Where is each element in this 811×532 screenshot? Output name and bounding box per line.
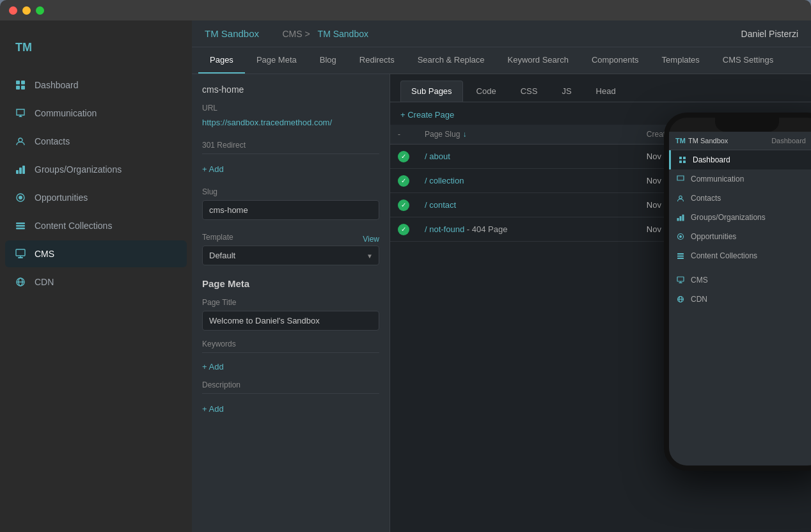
svg-rect-34 <box>677 277 684 281</box>
svg-rect-14 <box>16 249 25 256</box>
logo-icon: TM <box>13 36 36 59</box>
sub-tab-code[interactable]: Code <box>466 81 507 102</box>
url-value[interactable]: https://sandbox.tracedmethod.com/ <box>202 118 332 127</box>
template-select[interactable]: Default Blog Landing Page <box>202 246 379 265</box>
svg-rect-32 <box>677 256 684 257</box>
svg-rect-33 <box>677 258 684 259</box>
url-field-group: URL https://sandbox.tracedmethod.com/ <box>202 104 379 128</box>
page-slug-link[interactable]: / contact <box>425 200 456 210</box>
sub-tab-css[interactable]: CSS <box>510 81 549 102</box>
svg-rect-35 <box>679 283 682 284</box>
sidebar-item-contacts[interactable]: Contacts <box>5 128 187 155</box>
tab-components[interactable]: Components <box>580 47 650 74</box>
phone-nav-label: Dashboard <box>693 155 730 164</box>
view-template-link[interactable]: View <box>363 235 379 244</box>
tab-search-replace[interactable]: Search & Replace <box>406 47 496 74</box>
add-description-button[interactable]: + Add <box>202 404 224 414</box>
phone-nav-label: Contacts <box>691 194 721 203</box>
phone-opportunities-icon <box>675 231 686 242</box>
tab-templates[interactable]: Templates <box>650 47 711 74</box>
svg-rect-21 <box>679 157 682 159</box>
app-container: TM Dashboard Communication <box>0 20 811 532</box>
slug-input[interactable] <box>202 200 379 220</box>
phone-nav-active[interactable]: Dashboard <box>669 150 811 169</box>
th-page-slug[interactable]: Page Slug ↓ <box>417 125 639 145</box>
status-cell: ✓ <box>390 193 417 217</box>
phone-nav-communication[interactable]: Communication <box>669 169 811 189</box>
svg-rect-24 <box>683 160 686 163</box>
contacts-icon <box>14 135 27 148</box>
phone-nav-content-collections[interactable]: Content Collections <box>669 246 811 265</box>
sub-tab-js[interactable]: JS <box>551 81 582 102</box>
phone-cms-icon <box>675 275 686 285</box>
tab-cms-settings[interactable]: CMS Settings <box>711 47 785 74</box>
content-collections-icon <box>14 219 27 232</box>
sidebar-item-opportunities[interactable]: Opportunities <box>5 184 187 211</box>
status-cell: ✓ <box>390 217 417 242</box>
template-label: Template <box>202 233 233 242</box>
slug-cell: / collection <box>417 169 639 193</box>
page-title-input[interactable] <box>202 311 379 331</box>
sidebar-item-dashboard[interactable]: Dashboard <box>5 72 187 98</box>
slug-label: Slug <box>202 187 379 196</box>
main-content: TM Sandbox CMS > TM Sandbox Daniel Piste… <box>192 20 811 532</box>
tab-blog[interactable]: Blog <box>308 47 348 74</box>
sidebar-item-cdn[interactable]: CDN <box>5 269 187 295</box>
sidebar-item-content-collections[interactable]: Content Collections <box>5 212 187 239</box>
sidebar-item-communication[interactable]: Communication <box>5 100 187 127</box>
page-slug-link[interactable]: / about <box>425 152 450 161</box>
phone-nav-label: Opportunities <box>691 232 736 241</box>
svg-rect-31 <box>677 253 684 254</box>
phone-nav-cdn[interactable]: CDN <box>669 290 811 309</box>
phone-nav-groups[interactable]: Groups/Organizations <box>669 208 811 227</box>
tab-keyword-search[interactable]: Keyword Search <box>496 47 579 74</box>
phone-header: TM TM Sandbox Dashboard ⋮ <box>669 132 811 150</box>
breadcrumb: TM Sandbox CMS > TM Sandbox <box>205 28 368 39</box>
sub-tab-head[interactable]: Head <box>585 81 627 102</box>
svg-rect-23 <box>679 160 682 163</box>
th-status: - <box>390 125 417 145</box>
svg-rect-13 <box>16 228 25 230</box>
dashboard-icon <box>14 79 27 91</box>
tab-bar: Pages Page Meta Blog Redirects Search & … <box>192 47 811 74</box>
cms-icon <box>14 247 27 260</box>
phone-communication-icon <box>675 174 686 184</box>
sidebar-item-groups[interactable]: Groups/Organizations <box>5 156 187 183</box>
sidebar-item-label: Communication <box>35 108 97 118</box>
sidebar-item-cms[interactable]: CMS <box>5 240 187 267</box>
slug-cell: / about <box>417 145 639 169</box>
tab-redirects[interactable]: Redirects <box>348 47 406 74</box>
maximize-btn[interactable] <box>36 6 44 15</box>
status-badge: ✓ <box>398 224 409 235</box>
tab-page-meta[interactable]: Page Meta <box>245 47 308 74</box>
redirect-field-group: 301 Redirect + Add <box>202 141 379 175</box>
sidebar-item-label: Groups/Organizations <box>35 164 122 175</box>
phone-logo: TM TM Sandbox <box>675 136 728 145</box>
phone-nav-label: CDN <box>691 295 707 304</box>
phone-nav-cms[interactable]: CMS <box>669 270 811 290</box>
minimize-btn[interactable] <box>22 6 31 15</box>
svg-rect-1 <box>16 81 20 84</box>
add-keywords-button[interactable]: + Add <box>202 362 379 372</box>
status-badge: ✓ <box>398 199 409 211</box>
breadcrumb-separator <box>268 28 273 39</box>
template-field-group: Template View Default Blog Landing Page … <box>202 233 379 265</box>
user-name: Daniel Pisterzi <box>741 29 798 39</box>
sidebar-item-label: CMS <box>35 249 54 259</box>
slug-cell: / contact <box>417 193 639 217</box>
page-meta-title: Page Meta <box>202 278 379 289</box>
add-redirect-button[interactable]: + Add <box>202 164 224 174</box>
sub-tab-sub-pages[interactable]: Sub Pages <box>400 81 463 102</box>
page-slug-link[interactable]: / not-found - 404 Page <box>425 224 507 234</box>
page-title-label: Page Title <box>202 298 379 307</box>
svg-point-25 <box>679 196 682 198</box>
page-slug-link[interactable]: / collection <box>425 176 464 185</box>
phone-nav-label: CMS <box>691 276 708 285</box>
close-btn[interactable] <box>9 6 17 15</box>
left-panel: cms-home URL https://sandbox.tracedmetho… <box>192 74 390 532</box>
communication-icon <box>14 107 27 120</box>
phone-nav-contacts[interactable]: Contacts <box>669 189 811 208</box>
phone-dashboard-icon <box>677 155 688 165</box>
tab-pages[interactable]: Pages <box>198 47 245 74</box>
phone-nav-opportunities[interactable]: Opportunities <box>669 227 811 246</box>
